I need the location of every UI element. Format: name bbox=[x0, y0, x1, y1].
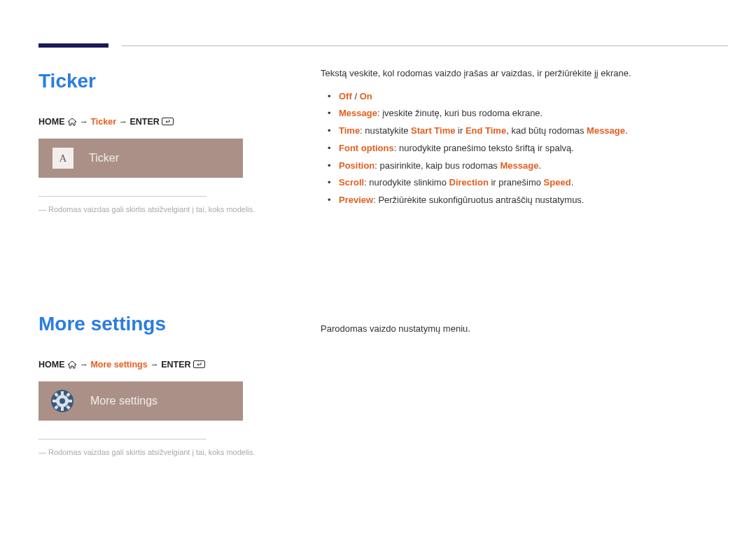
nav-home-label: HOME bbox=[38, 360, 65, 370]
rule bbox=[38, 439, 206, 440]
accent-bar bbox=[38, 43, 108, 48]
more-heading: More settings bbox=[38, 309, 315, 339]
nav-more-label: More settings bbox=[90, 360, 147, 370]
nav-home-label: HOME bbox=[38, 117, 65, 127]
svg-rect-7 bbox=[68, 400, 72, 402]
bullet-off-on: Off / On bbox=[321, 88, 728, 106]
ticker-heading: Ticker bbox=[38, 66, 315, 96]
bullet-message: Message: įveskite žinutę, kuri bus rodom… bbox=[321, 105, 728, 122]
more-menu-label: More settings bbox=[90, 393, 158, 409]
bullet-position: Position: pasirinkite, kaip bus rodomas … bbox=[321, 157, 728, 175]
enter-icon bbox=[162, 118, 174, 126]
ticker-description: Tekstą veskite, kol rodomas vaizdo įraša… bbox=[315, 66, 728, 215]
enter-icon bbox=[193, 360, 206, 369]
svg-rect-5 bbox=[61, 407, 64, 411]
bullet-font: Font options: nurodykite pranešimo tekst… bbox=[321, 140, 728, 157]
ticker-bullets: Off / On Message: įveskite žinutę, kuri … bbox=[321, 88, 728, 209]
nav-ticker-label: Ticker bbox=[90, 117, 116, 127]
ticker-tile-icon: A bbox=[52, 148, 74, 169]
svg-rect-6 bbox=[52, 400, 57, 402]
svg-point-12 bbox=[59, 398, 65, 404]
svg-rect-4 bbox=[61, 391, 64, 395]
more-description: Parodomas vaizdo nustatymų meniu. bbox=[315, 309, 728, 458]
more-nav-path: HOME → More settings → ENTER bbox=[38, 358, 315, 372]
ticker-menu-item: A Ticker bbox=[38, 139, 243, 178]
nav-enter-label: ENTER bbox=[130, 117, 160, 127]
ticker-intro: Tekstą veskite, kol rodomas vaizdo įraša… bbox=[321, 66, 728, 81]
section-more-settings: More settings HOME → More settings → ENT… bbox=[38, 309, 728, 458]
home-icon bbox=[67, 360, 77, 369]
more-body: Parodomas vaizdo nustatymų meniu. bbox=[321, 322, 728, 337]
ticker-nav-path: HOME → Ticker → ENTER bbox=[38, 115, 315, 129]
nav-enter-label: ENTER bbox=[161, 360, 190, 370]
more-menu-item: More settings bbox=[38, 381, 243, 421]
rule bbox=[38, 196, 206, 197]
ticker-menu-label: Ticker bbox=[89, 150, 119, 167]
bullet-preview: Preview: Peržiūrėkite sukonfigūruotus an… bbox=[321, 192, 728, 209]
gear-icon bbox=[48, 387, 76, 415]
home-icon bbox=[67, 118, 77, 126]
ticker-disclaimer: Rodomas vaizdas gali skirtis atsižvelgia… bbox=[38, 204, 315, 216]
bullet-time: Time: nustatykite Start Time ir End Time… bbox=[321, 122, 728, 140]
section-ticker: Ticker HOME → Ticker → ENTER A Ticker Ro… bbox=[38, 66, 728, 215]
top-rule bbox=[122, 45, 728, 46]
more-disclaimer: Rodomas vaizdas gali skirtis atsižvelgia… bbox=[38, 447, 315, 458]
bullet-scroll: Scroll: nurodykite slinkimo Direction ir… bbox=[321, 174, 728, 192]
